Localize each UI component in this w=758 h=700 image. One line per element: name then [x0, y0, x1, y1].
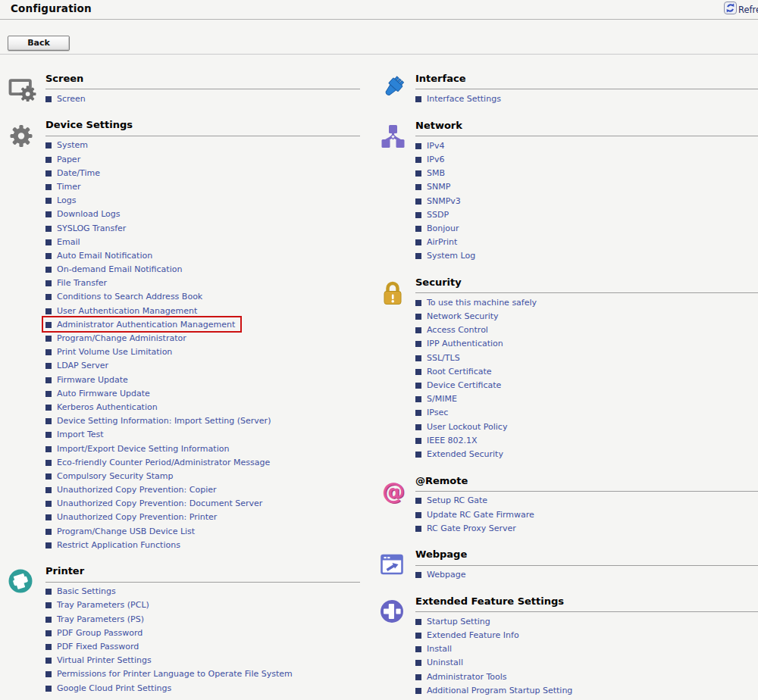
link-file-transfer[interactable]: File Transfer — [57, 278, 107, 288]
list-item: Permissions for Printer Language to Oper… — [43, 667, 298, 681]
link-firmware-update[interactable]: Firmware Update — [57, 375, 128, 385]
link-tray-parameters-ps[interactable]: Tray Parameters (PS) — [57, 614, 144, 624]
link-date-time[interactable]: Date/Time — [57, 168, 100, 178]
link-interface-settings[interactable]: Interface Settings — [427, 94, 501, 104]
link-auto-email-notification[interactable]: Auto Email Notification — [57, 251, 152, 261]
link-ipp-authentication[interactable]: IPP Authentication — [427, 339, 503, 348]
link-install[interactable]: Install — [427, 644, 452, 654]
link-webpage[interactable]: Webpage — [427, 570, 465, 580]
link-unauthorized-copy-prevention-document-server[interactable]: Unauthorized Copy Prevention: Document S… — [57, 498, 262, 508]
link-administrator-authentication-management[interactable]: Administrator Authentication Management — [57, 320, 235, 330]
square-bullet-icon — [45, 142, 52, 148]
link-uninstall[interactable]: Uninstall — [427, 658, 463, 667]
link-tray-parameters-pcl[interactable]: Tray Parameters (PCL) — [57, 600, 149, 610]
link-additional-program-startup-setting[interactable]: Additional Program Startup Setting — [427, 686, 572, 695]
list-item: Kerberos Authentication — [43, 400, 163, 414]
square-bullet-icon — [45, 363, 52, 369]
link-ieee-802-1x[interactable]: IEEE 802.1X — [427, 436, 478, 445]
link-snmpv3[interactable]: SNMPv3 — [427, 196, 461, 206]
section-title-interface: Interface — [415, 72, 758, 89]
section-title-security: Security — [415, 276, 758, 293]
link-ipv6[interactable]: IPv6 — [427, 155, 444, 164]
link-paper[interactable]: Paper — [57, 155, 80, 164]
link-device-setting-information-import-setting-server[interactable]: Device Setting Information: Import Setti… — [57, 416, 271, 426]
link-user-authentication-management[interactable]: User Authentication Management — [57, 306, 197, 316]
link-ssl-tls[interactable]: SSL/TLS — [427, 353, 460, 363]
list-item: System — [43, 139, 93, 152]
link-snmp[interactable]: SNMP — [427, 182, 450, 192]
link-basic-settings[interactable]: Basic Settings — [57, 586, 116, 596]
link-conditions-to-search-address-book[interactable]: Conditions to Search Address Book — [57, 292, 202, 302]
link-s-mime[interactable]: S/MIME — [427, 394, 457, 404]
link-startup-setting[interactable]: Startup Setting — [427, 617, 490, 627]
square-bullet-icon — [45, 487, 52, 493]
link-program-change-administrator[interactable]: Program/Change Administrator — [57, 333, 186, 343]
list-item: Import/Export Device Setting Information — [43, 442, 234, 455]
link-list-printer: Basic SettingsTray Parameters (PCL)Tray … — [45, 583, 360, 695]
list-item: IPv6 — [413, 152, 449, 166]
link-ldap-server[interactable]: LDAP Server — [57, 361, 108, 370]
link-restrict-application-functions[interactable]: Restrict Application Functions — [57, 540, 180, 550]
section-network: NetworkIPv4IPv6SMBSNMPSNMPv3SSDPBonjourA… — [379, 119, 758, 263]
section-remote: @@@RemoteSetup RC GateUpdate RC Gate Fir… — [379, 474, 758, 536]
link-root-certificate[interactable]: Root Certificate — [427, 367, 492, 377]
link-bonjour[interactable]: Bonjour — [427, 223, 459, 233]
content-area: ScreenScreenDevice SettingsSystemPaperDa… — [0, 72, 758, 700]
link-google-cloud-print-settings[interactable]: Google Cloud Print Settings — [57, 683, 171, 693]
list-item: LDAP Server — [43, 359, 114, 373]
link-timer[interactable]: Timer — [57, 182, 80, 192]
list-item: Logs — [43, 194, 81, 208]
link-airprint[interactable]: AirPrint — [427, 237, 457, 247]
link-rc-gate-proxy-server[interactable]: RC Gate Proxy Server — [427, 523, 516, 533]
square-bullet-icon — [415, 300, 421, 306]
link-unauthorized-copy-prevention-printer[interactable]: Unauthorized Copy Prevention: Printer — [57, 512, 217, 522]
link-system[interactable]: System — [57, 140, 88, 150]
link-pdf-fixed-password[interactable]: PDF Fixed Password — [57, 642, 139, 652]
link-smb[interactable]: SMB — [427, 168, 445, 178]
link-permissions-for-printer-language-to-operate-file-system[interactable]: Permissions for Printer Language to Oper… — [57, 669, 293, 679]
link-email[interactable]: Email — [57, 237, 80, 247]
refresh-label: Refresh — [738, 5, 758, 15]
link-eco-friendly-counter-period-administrator-message[interactable]: Eco-friendly Counter Period/Administrato… — [57, 458, 270, 467]
square-bullet-icon — [45, 405, 52, 411]
link-screen[interactable]: Screen — [57, 94, 86, 104]
link-pdf-group-password[interactable]: PDF Group Password — [57, 628, 143, 638]
link-user-lockout-policy[interactable]: User Lockout Policy — [427, 422, 507, 432]
link-download-logs[interactable]: Download Logs — [57, 209, 121, 219]
link-kerberos-authentication[interactable]: Kerberos Authentication — [57, 402, 158, 412]
link-device-certificate[interactable]: Device Certificate — [427, 380, 501, 390]
link-ssdp[interactable]: SSDP — [427, 210, 449, 220]
list-item: Setup RC Gate — [413, 494, 493, 508]
link-import-export-device-setting-information[interactable]: Import/Export Device Setting Information — [57, 444, 229, 454]
link-logs[interactable]: Logs — [57, 195, 76, 205]
list-item: Additional Program Startup Setting — [413, 683, 578, 697]
link-syslog-transfer[interactable]: SYSLOG Transfer — [57, 223, 126, 233]
link-ipsec[interactable]: IPsec — [427, 408, 448, 417]
link-unauthorized-copy-prevention-copier[interactable]: Unauthorized Copy Prevention: Copier — [57, 485, 217, 495]
link-import-test[interactable]: Import Test — [57, 430, 104, 439]
link-compulsory-security-stamp[interactable]: Compulsory Security Stamp — [57, 471, 174, 481]
link-ipv4[interactable]: IPv4 — [427, 141, 444, 151]
square-bullet-icon — [45, 514, 52, 520]
link-setup-rc-gate[interactable]: Setup RC Gate — [427, 495, 487, 505]
link-network-security[interactable]: Network Security — [427, 311, 499, 321]
link-administrator-tools[interactable]: Administrator Tools — [427, 672, 507, 682]
link-auto-firmware-update[interactable]: Auto Firmware Update — [57, 389, 150, 398]
link-update-rc-gate-firmware[interactable]: Update RC Gate Firmware — [427, 510, 534, 520]
link-to-use-this-machine-safely[interactable]: To use this machine safely — [427, 298, 537, 308]
link-print-volume-use-limitation[interactable]: Print Volume Use Limitation — [57, 347, 172, 357]
refresh-button[interactable]: Refresh — [724, 2, 758, 17]
section-device-settings: Device SettingsSystemPaperDate/TimeTimer… — [8, 118, 360, 552]
back-button[interactable]: Back — [8, 36, 70, 51]
list-item: Timer — [43, 180, 86, 193]
square-bullet-icon — [45, 294, 52, 300]
link-on-demand-email-notification[interactable]: On-demand Email Notification — [57, 264, 182, 274]
link-virtual-printer-settings[interactable]: Virtual Printer Settings — [57, 655, 152, 665]
link-extended-security[interactable]: Extended Security — [427, 449, 503, 459]
page-title: Configuration — [11, 2, 92, 14]
square-bullet-icon — [45, 267, 52, 273]
link-access-control[interactable]: Access Control — [427, 325, 488, 335]
link-extended-feature-info[interactable]: Extended Feature Info — [427, 630, 519, 640]
link-system-log[interactable]: System Log — [427, 251, 475, 261]
link-program-change-usb-device-list[interactable]: Program/Change USB Device List — [57, 527, 195, 536]
